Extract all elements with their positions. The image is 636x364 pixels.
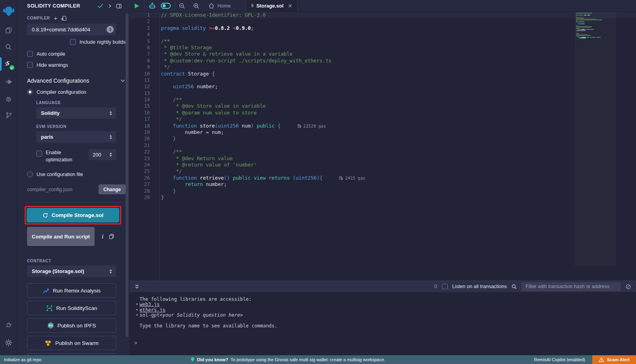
editor-line[interactable]: 15 * @dev Store value in variable [130, 103, 636, 109]
use-configuration-file-radio[interactable] [27, 171, 33, 177]
transaction-filter-input[interactable] [522, 282, 621, 291]
change-config-button[interactable]: Change [99, 184, 126, 194]
editor-line[interactable]: 23 * @dev Return value [130, 155, 636, 162]
tab-home[interactable]: Home [204, 3, 235, 9]
code-text: * @dev Return value [161, 155, 233, 162]
scam-alert-button[interactable]: Scam Alert [592, 355, 636, 364]
info-icon[interactable]: i [102, 233, 103, 240]
code-editor[interactable]: 1// SPDX-License-Identifier: GPL-3.023pr… [130, 12, 636, 281]
plugin-manager-icon[interactable] [0, 318, 17, 332]
compiler-configuration-radio-row[interactable]: Compiler configuration [27, 89, 126, 95]
terminal-output[interactable]: The following libraries are accessible: … [130, 292, 636, 346]
run-script-button[interactable] [130, 0, 144, 12]
deploy-run-icon[interactable] [0, 75, 17, 89]
git-icon[interactable] [0, 108, 17, 122]
editor-line[interactable]: 28 } [130, 188, 636, 194]
editor-line[interactable]: 3pragma solidity >=0.8.2 <0.9.0; [130, 25, 636, 31]
editor-line[interactable]: 12 uint256 number; [130, 83, 636, 90]
enable-optimization-checkbox[interactable] [36, 151, 42, 157]
listen-transactions-checkbox[interactable] [442, 284, 448, 289]
hide-warnings-checkbox-row[interactable]: Hide warnings [27, 62, 126, 68]
include-nightly-label: Include nightly builds [80, 39, 126, 45]
language-select[interactable]: Solidity [36, 107, 116, 119]
pin-panel-icon[interactable] [116, 4, 122, 9]
editor-line[interactable]: 2 [130, 18, 636, 25]
editor-line[interactable]: 17 */ [130, 116, 636, 122]
add-compiler-icon[interactable]: + [54, 15, 58, 21]
evm-version-select[interactable]: paris [36, 131, 116, 143]
copilot-toggle[interactable] [160, 0, 175, 12]
auto-compile-checkbox[interactable] [27, 51, 33, 57]
tab-storage-sol[interactable]: S Storage.sol ✕ [246, 0, 298, 12]
chevron-right-icon[interactable] [107, 4, 112, 8]
run-solidityscan-button[interactable]: Run SolidityScan [27, 301, 116, 315]
zoom-out-button[interactable] [175, 0, 189, 12]
settings-gear-icon[interactable] [0, 335, 17, 350]
side-panel-scrollbar[interactable] [126, 14, 128, 337]
hide-warnings-checkbox[interactable] [27, 62, 33, 68]
include-nightly-checkbox[interactable] [70, 39, 76, 45]
load-compiler-file-icon[interactable] [61, 15, 67, 21]
editor-line[interactable]: 11 [130, 77, 636, 83]
use-configuration-file-radio-row[interactable]: Use configuration file [27, 171, 126, 177]
compiler-version-select[interactable]: 0.8.19+commit.7dd6d404 [27, 23, 116, 35]
zoom-out-icon [178, 2, 186, 10]
compile-button[interactable]: Compile Storage.sol [27, 208, 119, 223]
solidity-compiler-icon[interactable]: SS [0, 56, 17, 72]
editor-line[interactable]: 4 [130, 31, 636, 38]
editor-line[interactable]: 1// SPDX-License-Identifier: GPL-3.0 [130, 12, 636, 18]
minimap[interactable] [576, 13, 614, 41]
editor-line[interactable]: 7 * @dev Store & retrieve value in a var… [130, 51, 636, 57]
editor-line[interactable]: 13 [130, 90, 636, 97]
run-remix-analysis-button[interactable]: Run Remix Analysis [27, 283, 116, 298]
status-bar: Initialize as git repo Did you know? To … [0, 355, 636, 364]
editor-line[interactable]: 22 /** [130, 149, 636, 155]
debugger-icon[interactable] [0, 91, 17, 106]
editor-line[interactable]: 10contract Storage { [130, 71, 636, 77]
editor-line[interactable]: 20 } [130, 136, 636, 142]
editor-line[interactable]: 14 /** [130, 97, 636, 103]
editor-line[interactable]: 21 [130, 142, 636, 149]
clear-filter-icon[interactable] [625, 284, 631, 290]
terminal-prompt[interactable]: > [134, 341, 636, 346]
editor-line[interactable]: 9 */ [130, 64, 636, 70]
file-explorer-icon[interactable] [0, 23, 17, 37]
advanced-configurations-toggle[interactable]: Advanced Configurations [27, 77, 126, 84]
editor-line[interactable]: 29} [130, 194, 636, 201]
editor-line[interactable]: 18 function store(uint256 num) public {2… [130, 123, 636, 129]
remixai-copilot-button[interactable] [145, 0, 160, 12]
library-link[interactable]: web3.js [140, 302, 160, 307]
line-number: 19 [130, 129, 150, 136]
auto-compile-checkbox-row[interactable]: Auto compile [27, 51, 126, 57]
editor-line[interactable]: 25 */ [130, 168, 636, 174]
close-tab-icon[interactable]: ✕ [288, 3, 293, 9]
code-text: /** [161, 149, 182, 155]
terminal-library-item[interactable]: •ethers.js [134, 308, 636, 313]
compiler-label: COMPILER [27, 16, 50, 20]
init-git-repo-button[interactable]: Initialize as git repo [0, 357, 41, 362]
library-link[interactable]: ethers.js [140, 308, 165, 313]
editor-line[interactable]: 8 * @custom:dev-run-script ./scripts/dep… [130, 58, 636, 64]
copy-icon[interactable] [109, 234, 114, 239]
editor-line[interactable]: 5/** [130, 38, 636, 45]
search-icon[interactable] [0, 40, 17, 54]
play-icon [135, 4, 139, 8]
expand-terminal-button[interactable] [133, 281, 141, 292]
editor-line[interactable]: 6 * @title Storage [130, 45, 636, 51]
zoom-in-button[interactable] [189, 0, 204, 12]
remix-logo-icon[interactable] [0, 2, 17, 20]
include-nightly-checkbox-row[interactable]: Include nightly builds [27, 39, 126, 45]
editor-line[interactable]: 19 number = num; [130, 129, 636, 136]
terminal-library-item[interactable]: •web3.js [134, 302, 636, 307]
code-text: /** [161, 38, 170, 45]
compile-and-run-button[interactable]: Compile and Run script [27, 227, 95, 246]
editor-line[interactable]: 27 return number; [130, 181, 636, 188]
editor-line[interactable]: 24 * @return value of 'number' [130, 162, 636, 168]
publish-on-ipfs-button[interactable]: IPFSPublish on IPFS [27, 318, 116, 333]
code-text: // SPDX-License-Identifier: GPL-3.0 [161, 12, 266, 18]
publish-on-swarm-button[interactable]: Publish on Swarm [27, 336, 116, 350]
contract-select[interactable]: Storage (Storage.sol) [27, 265, 116, 277]
editor-line[interactable]: 26 function retrieve() public view retur… [130, 175, 636, 181]
compiler-configuration-radio[interactable] [27, 89, 33, 95]
editor-line[interactable]: 16 * @param num value to store [130, 110, 636, 116]
